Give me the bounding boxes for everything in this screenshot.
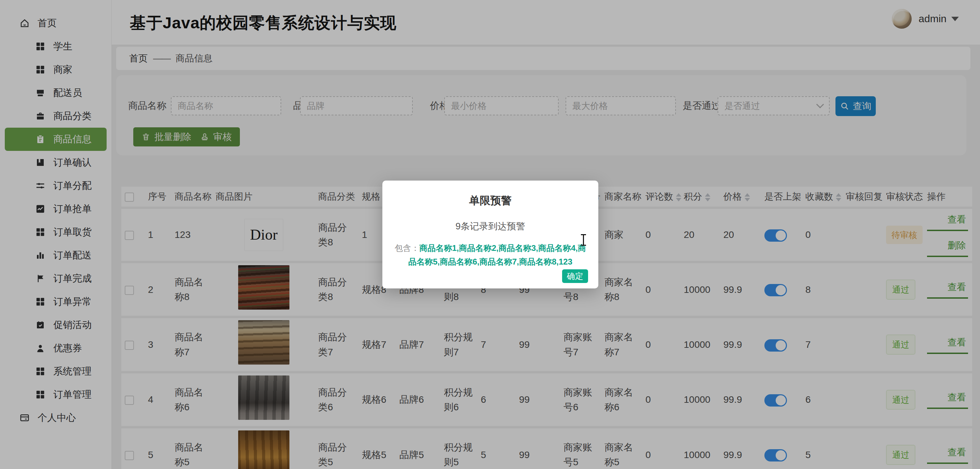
dialog-prefix: 包含： bbox=[395, 243, 419, 253]
dialog-item-list: 商品名称1,商品名称2,商品名称3,商品名称4,商品名称5,商品名称6,商品名称… bbox=[408, 243, 586, 266]
confirm-button[interactable]: 确定 bbox=[562, 269, 588, 283]
dialog-title: 单限预警 bbox=[382, 193, 598, 208]
text-cursor bbox=[581, 234, 586, 246]
dialog-body: 包含：商品名称1,商品名称2,商品名称3,商品名称4,商品名称5,商品名称6,商… bbox=[394, 241, 587, 268]
limit-warning-dialog: 单限预警 9条记录到达预警 包含：商品名称1,商品名称2,商品名称3,商品名称4… bbox=[382, 181, 598, 288]
dialog-subtitle: 9条记录到达预警 bbox=[382, 220, 598, 233]
